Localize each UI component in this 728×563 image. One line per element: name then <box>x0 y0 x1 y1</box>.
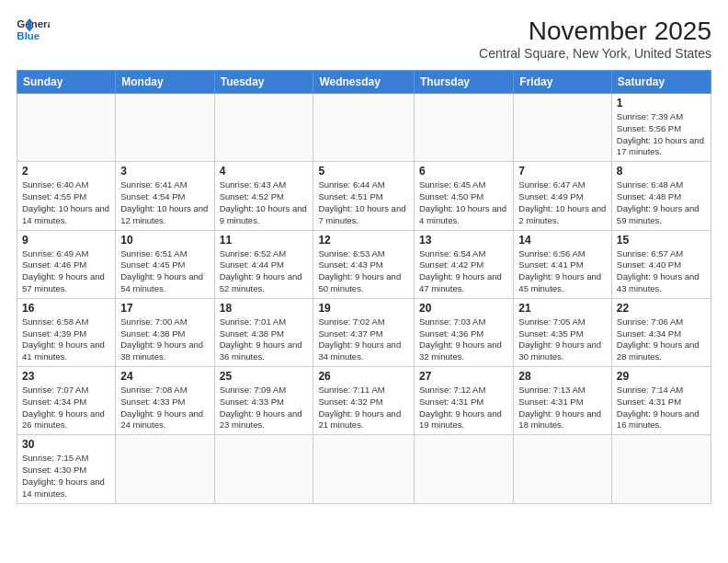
day-info: Sunrise: 6:40 AM Sunset: 4:55 PM Dayligh… <box>22 179 110 226</box>
day-cell: 11Sunrise: 6:52 AM Sunset: 4:44 PM Dayli… <box>214 230 313 298</box>
day-cell <box>514 435 612 503</box>
week-row-3: 9Sunrise: 6:49 AM Sunset: 4:46 PM Daylig… <box>17 230 711 298</box>
day-cell: 3Sunrise: 6:41 AM Sunset: 4:54 PM Daylig… <box>116 162 214 230</box>
day-cell <box>415 94 514 162</box>
day-info: Sunrise: 7:00 AM Sunset: 4:38 PM Dayligh… <box>120 316 209 363</box>
weekday-header-friday: Friday <box>514 71 612 94</box>
page: General Blue November 2025 Central Squar… <box>0 0 728 563</box>
day-info: Sunrise: 6:54 AM Sunset: 4:42 PM Dayligh… <box>419 248 508 295</box>
day-info: Sunrise: 6:41 AM Sunset: 4:54 PM Dayligh… <box>120 179 209 226</box>
day-cell: 2Sunrise: 6:40 AM Sunset: 4:55 PM Daylig… <box>17 162 116 230</box>
day-info: Sunrise: 7:09 AM Sunset: 4:33 PM Dayligh… <box>220 385 309 431</box>
day-info: Sunrise: 7:05 AM Sunset: 4:35 PM Dayligh… <box>518 316 607 363</box>
day-number: 22 <box>617 302 706 315</box>
day-cell: 28Sunrise: 7:13 AM Sunset: 4:31 PM Dayli… <box>514 367 612 435</box>
day-cell <box>611 435 711 503</box>
day-cell: 12Sunrise: 6:53 AM Sunset: 4:43 PM Dayli… <box>313 230 415 298</box>
weekday-header-thursday: Thursday <box>415 71 514 94</box>
day-cell <box>214 94 313 162</box>
day-cell: 19Sunrise: 7:02 AM Sunset: 4:37 PM Dayli… <box>313 298 415 366</box>
day-cell: 1Sunrise: 7:39 AM Sunset: 5:56 PM Daylig… <box>611 94 711 162</box>
day-info: Sunrise: 7:14 AM Sunset: 4:31 PM Dayligh… <box>617 385 706 431</box>
day-cell: 17Sunrise: 7:00 AM Sunset: 4:38 PM Dayli… <box>116 298 214 366</box>
day-number: 29 <box>617 370 706 383</box>
day-number: 11 <box>220 234 309 247</box>
day-number: 9 <box>22 234 110 247</box>
day-cell: 29Sunrise: 7:14 AM Sunset: 4:31 PM Dayli… <box>611 367 711 435</box>
day-info: Sunrise: 7:39 AM Sunset: 5:56 PM Dayligh… <box>617 111 706 158</box>
day-cell: 4Sunrise: 6:43 AM Sunset: 4:52 PM Daylig… <box>214 162 313 230</box>
day-number: 26 <box>318 370 409 383</box>
day-cell: 6Sunrise: 6:45 AM Sunset: 4:50 PM Daylig… <box>415 162 514 230</box>
day-number: 20 <box>419 302 508 315</box>
day-cell: 27Sunrise: 7:12 AM Sunset: 4:31 PM Dayli… <box>415 367 514 435</box>
day-info: Sunrise: 6:53 AM Sunset: 4:43 PM Dayligh… <box>318 248 409 295</box>
day-cell: 25Sunrise: 7:09 AM Sunset: 4:33 PM Dayli… <box>214 367 313 435</box>
day-info: Sunrise: 7:03 AM Sunset: 4:36 PM Dayligh… <box>419 316 508 363</box>
day-number: 15 <box>617 234 706 247</box>
day-cell <box>415 435 514 503</box>
weekday-header-tuesday: Tuesday <box>214 71 313 94</box>
day-number: 17 <box>120 302 209 315</box>
day-cell: 24Sunrise: 7:08 AM Sunset: 4:33 PM Dayli… <box>116 367 214 435</box>
day-info: Sunrise: 7:12 AM Sunset: 4:31 PM Dayligh… <box>419 385 508 431</box>
day-info: Sunrise: 6:44 AM Sunset: 4:51 PM Dayligh… <box>318 179 409 226</box>
day-cell <box>514 94 612 162</box>
day-cell <box>313 435 415 503</box>
day-number: 30 <box>22 438 110 451</box>
day-cell <box>313 94 415 162</box>
day-cell: 21Sunrise: 7:05 AM Sunset: 4:35 PM Dayli… <box>514 298 612 366</box>
day-info: Sunrise: 7:07 AM Sunset: 4:34 PM Dayligh… <box>22 385 110 431</box>
day-number: 19 <box>318 302 409 315</box>
weekday-header-saturday: Saturday <box>611 71 711 94</box>
location-subtitle: Central Square, New York, United States <box>479 46 711 61</box>
day-number: 24 <box>120 370 209 383</box>
day-cell: 18Sunrise: 7:01 AM Sunset: 4:38 PM Dayli… <box>214 298 313 366</box>
svg-text:General: General <box>17 18 50 29</box>
day-cell: 15Sunrise: 6:57 AM Sunset: 4:40 PM Dayli… <box>611 230 711 298</box>
day-info: Sunrise: 7:01 AM Sunset: 4:38 PM Dayligh… <box>220 316 309 363</box>
day-info: Sunrise: 6:57 AM Sunset: 4:40 PM Dayligh… <box>617 248 706 295</box>
day-info: Sunrise: 6:58 AM Sunset: 4:39 PM Dayligh… <box>22 316 110 363</box>
day-number: 28 <box>518 370 607 383</box>
day-info: Sunrise: 6:47 AM Sunset: 4:49 PM Dayligh… <box>518 179 607 226</box>
week-row-1: 1Sunrise: 7:39 AM Sunset: 5:56 PM Daylig… <box>17 94 711 162</box>
day-number: 12 <box>318 234 409 247</box>
day-cell: 10Sunrise: 6:51 AM Sunset: 4:45 PM Dayli… <box>116 230 214 298</box>
day-info: Sunrise: 6:48 AM Sunset: 4:48 PM Dayligh… <box>617 179 706 226</box>
day-info: Sunrise: 7:11 AM Sunset: 4:32 PM Dayligh… <box>318 385 409 431</box>
day-number: 2 <box>22 165 110 178</box>
day-number: 25 <box>220 370 309 383</box>
logo-icon: General Blue <box>17 17 50 44</box>
day-number: 23 <box>22 370 110 383</box>
day-number: 27 <box>419 370 508 383</box>
week-row-2: 2Sunrise: 6:40 AM Sunset: 4:55 PM Daylig… <box>17 162 711 230</box>
day-info: Sunrise: 7:06 AM Sunset: 4:34 PM Dayligh… <box>617 316 706 363</box>
day-number: 21 <box>518 302 607 315</box>
weekday-header-sunday: Sunday <box>17 71 116 94</box>
week-row-5: 23Sunrise: 7:07 AM Sunset: 4:34 PM Dayli… <box>17 367 711 435</box>
day-cell: 23Sunrise: 7:07 AM Sunset: 4:34 PM Dayli… <box>17 367 116 435</box>
day-info: Sunrise: 6:45 AM Sunset: 4:50 PM Dayligh… <box>419 179 508 226</box>
day-cell <box>214 435 313 503</box>
weekday-header-row: SundayMondayTuesdayWednesdayThursdayFrid… <box>17 71 711 94</box>
day-number: 5 <box>318 165 409 178</box>
day-cell: 5Sunrise: 6:44 AM Sunset: 4:51 PM Daylig… <box>313 162 415 230</box>
header: General Blue November 2025 Central Squar… <box>17 17 711 61</box>
day-cell: 14Sunrise: 6:56 AM Sunset: 4:41 PM Dayli… <box>514 230 612 298</box>
day-cell: 26Sunrise: 7:11 AM Sunset: 4:32 PM Dayli… <box>313 367 415 435</box>
day-number: 3 <box>120 165 209 178</box>
day-number: 8 <box>617 165 706 178</box>
day-info: Sunrise: 6:52 AM Sunset: 4:44 PM Dayligh… <box>220 248 309 295</box>
day-info: Sunrise: 6:43 AM Sunset: 4:52 PM Dayligh… <box>220 179 309 226</box>
day-cell: 7Sunrise: 6:47 AM Sunset: 4:49 PM Daylig… <box>514 162 612 230</box>
day-cell: 13Sunrise: 6:54 AM Sunset: 4:42 PM Dayli… <box>415 230 514 298</box>
day-cell: 8Sunrise: 6:48 AM Sunset: 4:48 PM Daylig… <box>611 162 711 230</box>
logo: General Blue <box>17 17 50 44</box>
day-info: Sunrise: 6:56 AM Sunset: 4:41 PM Dayligh… <box>518 248 607 295</box>
weekday-header-wednesday: Wednesday <box>313 71 415 94</box>
day-info: Sunrise: 7:13 AM Sunset: 4:31 PM Dayligh… <box>518 385 607 431</box>
day-number: 18 <box>220 302 309 315</box>
title-area: November 2025 Central Square, New York, … <box>479 17 711 61</box>
day-info: Sunrise: 7:08 AM Sunset: 4:33 PM Dayligh… <box>120 385 209 431</box>
